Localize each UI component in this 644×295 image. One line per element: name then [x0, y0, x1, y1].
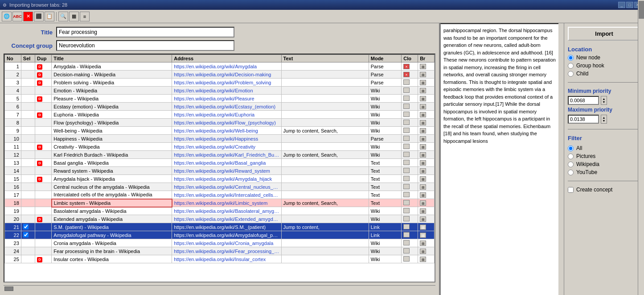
title-input[interactable]: [56, 27, 234, 37]
toolbar-btn-1[interactable]: 🌐: [2, 12, 12, 21]
cell-sel[interactable]: [21, 191, 35, 199]
cell-sel[interactable]: [21, 167, 35, 175]
cell-sel[interactable]: [21, 151, 35, 159]
toolbar-btn-list[interactable]: ≡: [80, 12, 90, 21]
table-row[interactable]: 12Karl Friedrich Burdach - Wikipediahttp…: [5, 151, 435, 159]
cell-sel[interactable]: [21, 119, 35, 127]
table-row[interactable]: 19Basolateral amygdala - Wikipediahttps:…: [5, 207, 435, 215]
location-new-node[interactable]: New node: [568, 54, 640, 61]
cell-sel[interactable]: [21, 87, 35, 95]
toolbar-btn-3[interactable]: ✕: [23, 12, 33, 21]
location-new-node-radio[interactable]: [568, 55, 574, 61]
cell-sel[interactable]: [21, 239, 35, 247]
text-panel-scrollbar[interactable]: [638, 0, 644, 295]
table-row[interactable]: 4Emotion - Wikipediahttps://en.wikipedia…: [5, 87, 435, 95]
filter-pictures[interactable]: Pictures: [568, 153, 640, 159]
table-row[interactable]: 21S.M. (patient) - Wikipediahttps://en.w…: [5, 223, 435, 231]
table-row[interactable]: 23Cronia amygdala - Wikipediahttps://en.…: [5, 239, 435, 247]
cell-address: https://en.wikipedia.org/wiki/Amygdala: [172, 62, 281, 71]
cell-address: https://en.wikipedia.org/wiki/Well-being: [172, 127, 281, 135]
cell-br: ▤: [418, 143, 435, 151]
cell-sel[interactable]: [21, 159, 35, 167]
cell-address: https://en.wikipedia.org/wiki/Insular_co…: [172, 255, 281, 263]
filter-wikipedia-radio[interactable]: [568, 162, 574, 167]
concept-group-input[interactable]: [56, 40, 234, 51]
import-button[interactable]: Import: [568, 27, 640, 41]
cell-clo: [402, 151, 418, 159]
table-row[interactable]: 14Reward system - Wikipediahttps://en.wi…: [5, 167, 435, 175]
cell-sel[interactable]: [21, 103, 35, 111]
min-priority-spinner[interactable]: ▲ ▼: [601, 96, 607, 105]
cell-sel[interactable]: [21, 135, 35, 143]
text-scrollbar-thumb[interactable]: [639, 1, 644, 19]
cell-sel[interactable]: [21, 199, 35, 207]
toolbar-btn-filter[interactable]: 🔍: [58, 12, 68, 21]
create-concept-row[interactable]: Create concept: [568, 187, 640, 193]
location-child-radio[interactable]: [568, 71, 574, 77]
table-row[interactable]: 6Ecstasy (emotion) - Wikipediahttps://en…: [5, 103, 435, 111]
cell-address: https://en.wikipedia.org/wiki/Euphoria: [172, 111, 281, 119]
toolbar-btn-grid[interactable]: ▦: [69, 12, 79, 21]
table-row[interactable]: 1DAmygdala - Wikipediahttps://en.wikiped…: [5, 62, 435, 71]
cell-title: Fear processing in the brain - Wikipedia: [52, 247, 172, 255]
cell-sel[interactable]: [21, 255, 35, 263]
table-row[interactable]: 7DEuphoria - Wikipediahttps://en.wikiped…: [5, 111, 435, 119]
cell-sel[interactable]: [21, 127, 35, 135]
cell-sel[interactable]: [21, 215, 35, 223]
cell-dup: [35, 191, 52, 199]
maximize-button[interactable]: □: [626, 2, 633, 8]
cell-dup: D: [35, 71, 52, 79]
table-row[interactable]: 8Flow (psychology) - Wikipediahttps://en…: [5, 119, 435, 127]
table-row[interactable]: 5DPleasure - Wikipediahttps://en.wikiped…: [5, 95, 435, 103]
cell-sel[interactable]: [21, 95, 35, 103]
cell-sel[interactable]: [21, 62, 35, 71]
scrollbar-thumb[interactable]: [4, 287, 13, 291]
location-group-hook[interactable]: Group hook: [568, 62, 640, 69]
cell-sel[interactable]: [21, 71, 35, 79]
table-row[interactable]: 20DExtended amygdala - Wikipediahttps://…: [5, 215, 435, 223]
cell-sel[interactable]: [21, 79, 35, 87]
table-row[interactable]: 13DBasal ganglia - Wikipediahttps://en.w…: [5, 159, 435, 167]
filter-youtube[interactable]: YouTube: [568, 169, 640, 175]
table-row[interactable]: 3DProblem solving - Wikipediahttps://en.…: [5, 79, 435, 87]
table-row[interactable]: 11DCreativity - Wikipediahttps://en.wiki…: [5, 143, 435, 151]
table-row[interactable]: 24Fear processing in the brain - Wikiped…: [5, 247, 435, 255]
filter-all[interactable]: All: [568, 145, 640, 151]
cell-sel[interactable]: [21, 175, 35, 183]
table-row[interactable]: 17Intercalated cells of the amygdala - W…: [5, 191, 435, 199]
cell-sel[interactable]: [21, 231, 35, 239]
table-row[interactable]: 15DAmygdala hijack - Wikipediahttps://en…: [5, 175, 435, 183]
cell-clo: [402, 143, 418, 151]
cell-sel[interactable]: [21, 183, 35, 191]
table-row[interactable]: 18Limbic system - Wikipediahttps://en.wi…: [5, 199, 435, 207]
table-row[interactable]: 10Happiness - Wikipediahttps://en.wikipe…: [5, 135, 435, 143]
cell-sel[interactable]: [21, 247, 35, 255]
cell-sel[interactable]: [21, 207, 35, 215]
location-group-hook-radio[interactable]: [568, 63, 574, 69]
cell-sel[interactable]: [21, 223, 35, 231]
location-child[interactable]: Child: [568, 71, 640, 77]
table-row[interactable]: 16Central nucleus of the amygdala - Wiki…: [5, 183, 435, 191]
toolbar-btn-2[interactable]: ABC: [12, 12, 22, 21]
max-priority-spinner[interactable]: ▲ ▼: [601, 115, 607, 124]
table-row[interactable]: 22Amygdalofugal pathway - Wikipediahttps…: [5, 231, 435, 239]
filter-youtube-radio[interactable]: [568, 170, 574, 175]
max-priority-input[interactable]: [568, 115, 599, 124]
table-row[interactable]: 9Well-being - Wikipediahttps://en.wikipe…: [5, 127, 435, 135]
min-priority-input[interactable]: [568, 96, 599, 105]
horizontal-scrollbar[interactable]: [4, 285, 435, 291]
cell-dup: [35, 151, 52, 159]
cell-text: [281, 119, 369, 127]
tabs-table-container[interactable]: No Sel Dup Title Address Text Mode Clo B…: [4, 54, 435, 283]
cell-sel[interactable]: [21, 111, 35, 119]
table-row[interactable]: 25DInsular cortex - Wikipediahttps://en.…: [5, 255, 435, 263]
minimize-button[interactable]: _: [618, 2, 625, 8]
cell-sel[interactable]: [21, 143, 35, 151]
create-concept-checkbox[interactable]: [568, 187, 574, 193]
toolbar-btn-4[interactable]: ⬛: [34, 12, 44, 21]
filter-pictures-radio[interactable]: [568, 154, 574, 159]
toolbar-btn-5[interactable]: 📋: [45, 12, 54, 21]
filter-all-radio[interactable]: [568, 145, 574, 151]
filter-wikipedia[interactable]: Wikipedia: [568, 161, 640, 167]
table-row[interactable]: 2DDecision-making - Wikipediahttps://en.…: [5, 71, 435, 79]
